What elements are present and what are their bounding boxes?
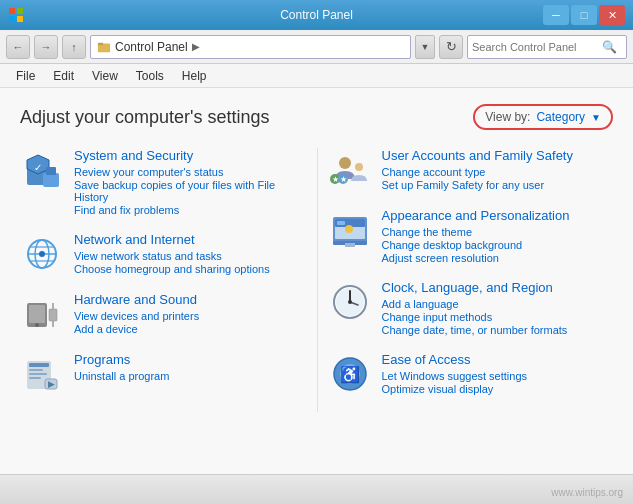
ease-access-title[interactable]: Ease of Access	[382, 352, 614, 367]
title-bar: Control Panel ─ □ ✕	[0, 0, 633, 30]
clock-language-text: Clock, Language, and Region Add a langua…	[382, 280, 614, 336]
svg-rect-9	[43, 173, 59, 187]
ease-access-link-1[interactable]: Optimize visual display	[382, 383, 614, 395]
system-security-text: System and Security Review your computer…	[74, 148, 307, 216]
svg-point-31	[355, 163, 363, 171]
menu-bar: File Edit View Tools Help	[0, 64, 633, 88]
system-security-link-1[interactable]: Save backup copies of your files with Fi…	[74, 179, 307, 203]
hardware-sound-link-1[interactable]: Add a device	[74, 323, 307, 335]
system-security-link-0[interactable]: Review your computer's status	[74, 166, 307, 178]
appearance-link-0[interactable]: Change the theme	[382, 226, 614, 238]
minimize-button[interactable]: ─	[543, 5, 569, 25]
svg-text:★: ★	[331, 175, 338, 184]
network-internet-icon	[20, 232, 64, 276]
network-internet-link-0[interactable]: View network status and tasks	[74, 250, 307, 262]
clock-language-icon	[328, 280, 372, 324]
svg-rect-1	[17, 8, 23, 14]
menu-help[interactable]: Help	[174, 67, 215, 85]
svg-rect-18	[29, 305, 45, 323]
svg-rect-0	[9, 8, 15, 14]
view-by-label: View by:	[485, 110, 530, 124]
category-hardware-sound[interactable]: Hardware and Sound View devices and prin…	[20, 292, 307, 336]
svg-point-47	[348, 300, 352, 304]
svg-point-16	[39, 251, 45, 257]
svg-rect-5	[98, 42, 103, 45]
svg-point-19	[35, 323, 39, 327]
view-by-control[interactable]: View by: Category ▼	[473, 104, 613, 130]
svg-rect-10	[46, 167, 56, 175]
path-separator: ▶	[192, 41, 200, 52]
category-system-security[interactable]: ✓ System and Security Review your comput…	[20, 148, 307, 216]
category-user-accounts[interactable]: ★ ★ User Accounts and Family Safety Chan…	[328, 148, 614, 192]
category-network-internet[interactable]: Network and Internet View network status…	[20, 232, 307, 276]
clock-language-link-1[interactable]: Change input methods	[382, 311, 614, 323]
address-bar: ← → ↑ Control Panel ▶ ▼ ↻ 🔍	[0, 30, 633, 64]
svg-point-40	[345, 225, 353, 233]
view-by-dropdown-icon[interactable]: ▼	[591, 112, 601, 123]
user-accounts-title[interactable]: User Accounts and Family Safety	[382, 148, 614, 163]
svg-rect-20	[49, 309, 57, 321]
user-accounts-link-0[interactable]: Change account type	[382, 166, 614, 178]
hardware-sound-text: Hardware and Sound View devices and prin…	[74, 292, 307, 335]
ease-access-icon: ♿	[328, 352, 372, 396]
svg-rect-42	[345, 243, 355, 247]
address-dropdown[interactable]: ▼	[415, 35, 435, 59]
clock-language-title[interactable]: Clock, Language, and Region	[382, 280, 614, 295]
maximize-button[interactable]: □	[571, 5, 597, 25]
appearance-title[interactable]: Appearance and Personalization	[382, 208, 614, 223]
category-appearance[interactable]: Appearance and Personalization Change th…	[328, 208, 614, 264]
menu-edit[interactable]: Edit	[45, 67, 82, 85]
svg-rect-2	[9, 16, 15, 22]
title-bar-buttons: ─ □ ✕	[543, 5, 625, 25]
forward-button[interactable]: →	[34, 35, 58, 59]
svg-rect-24	[29, 363, 49, 367]
back-button[interactable]: ←	[6, 35, 30, 59]
up-button[interactable]: ↑	[62, 35, 86, 59]
clock-language-link-2[interactable]: Change date, time, or number formats	[382, 324, 614, 336]
hardware-sound-link-0[interactable]: View devices and printers	[74, 310, 307, 322]
svg-text:▶: ▶	[48, 379, 55, 389]
programs-icon: ▶	[20, 352, 64, 396]
category-ease-access[interactable]: ♿ Ease of Access Let Windows suggest set…	[328, 352, 614, 396]
network-internet-link-1[interactable]: Choose homegroup and sharing options	[74, 263, 307, 275]
programs-title[interactable]: Programs	[74, 352, 307, 367]
search-box: 🔍	[467, 35, 627, 59]
category-programs[interactable]: ▶ Programs Uninstall a program	[20, 352, 307, 396]
ease-access-link-0[interactable]: Let Windows suggest settings	[382, 370, 614, 382]
page-header: Adjust your computer's settings View by:…	[20, 104, 613, 130]
category-clock-language[interactable]: Clock, Language, and Region Add a langua…	[328, 280, 614, 336]
windows-icon	[8, 7, 24, 23]
clock-language-link-0[interactable]: Add a language	[382, 298, 614, 310]
network-internet-text: Network and Internet View network status…	[74, 232, 307, 275]
user-accounts-text: User Accounts and Family Safety Change a…	[382, 148, 614, 191]
system-security-link-2[interactable]: Find and fix problems	[74, 204, 307, 216]
page-title: Adjust your computer's settings	[20, 107, 270, 128]
user-accounts-link-1[interactable]: Set up Family Safety for any user	[382, 179, 614, 191]
address-path[interactable]: Control Panel ▶	[90, 35, 411, 59]
hardware-sound-title[interactable]: Hardware and Sound	[74, 292, 307, 307]
svg-rect-3	[17, 16, 23, 22]
network-internet-title[interactable]: Network and Internet	[74, 232, 307, 247]
search-icon[interactable]: 🔍	[602, 40, 617, 54]
right-column: ★ ★ User Accounts and Family Safety Chan…	[317, 148, 614, 412]
svg-rect-26	[29, 373, 47, 375]
main-content: Adjust your computer's settings View by:…	[0, 88, 633, 474]
svg-rect-39	[337, 221, 345, 225]
close-button[interactable]: ✕	[599, 5, 625, 25]
watermark: www.wintips.org	[551, 487, 623, 498]
menu-tools[interactable]: Tools	[128, 67, 172, 85]
menu-view[interactable]: View	[84, 67, 126, 85]
appearance-link-2[interactable]: Adjust screen resolution	[382, 252, 614, 264]
appearance-icon	[328, 208, 372, 252]
title-bar-left	[8, 7, 24, 23]
programs-link-0[interactable]: Uninstall a program	[74, 370, 307, 382]
search-input[interactable]	[472, 41, 602, 53]
user-accounts-icon: ★ ★	[328, 148, 372, 192]
ease-access-text: Ease of Access Let Windows suggest setti…	[382, 352, 614, 395]
menu-file[interactable]: File	[8, 67, 43, 85]
refresh-button[interactable]: ↻	[439, 35, 463, 59]
system-security-title[interactable]: System and Security	[74, 148, 307, 163]
hardware-sound-icon	[20, 292, 64, 336]
appearance-link-1[interactable]: Change desktop background	[382, 239, 614, 251]
svg-point-30	[339, 157, 351, 169]
